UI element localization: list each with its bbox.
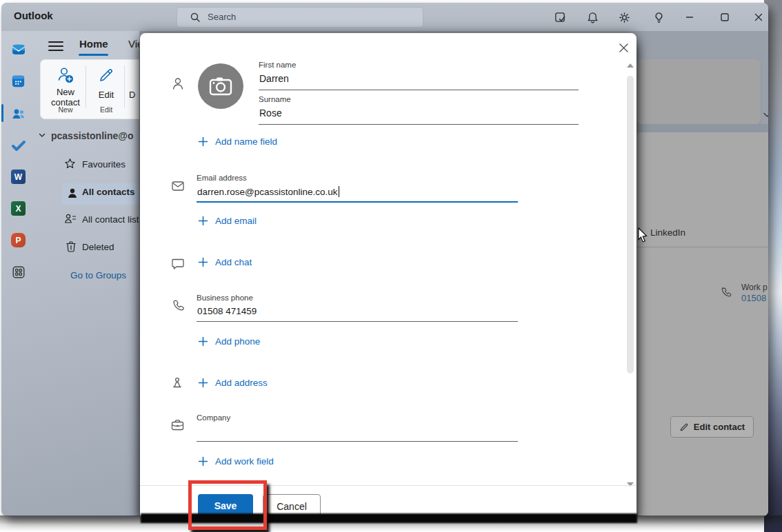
work-phone-icon bbox=[721, 287, 732, 298]
business-phone-input[interactable]: 01508 471459 bbox=[197, 306, 257, 316]
tab-home-underline bbox=[79, 54, 108, 56]
minimize-button[interactable] bbox=[681, 9, 698, 25]
add-chat-label: Add chat bbox=[215, 257, 252, 267]
surname-underline bbox=[259, 124, 579, 125]
camera-icon bbox=[208, 76, 233, 96]
add-work-field-link[interactable]: Add work field bbox=[198, 456, 274, 467]
dialog-close-icon[interactable] bbox=[618, 42, 632, 56]
new-contact-icon bbox=[56, 65, 75, 85]
dialog-scrollbar[interactable] bbox=[625, 61, 635, 478]
people-app-icon[interactable] bbox=[10, 105, 27, 122]
phone-icon bbox=[172, 299, 184, 311]
maximize-button[interactable] bbox=[716, 9, 733, 25]
edit-contact-button[interactable]: Edit contact bbox=[670, 416, 754, 438]
edit-contact-label: Edit contact bbox=[694, 422, 745, 432]
ribbon-group-edit: Edit bbox=[89, 105, 123, 114]
app-title: Outlook bbox=[14, 10, 53, 21]
add-address-label: Add address bbox=[215, 378, 268, 388]
business-phone-label: Business phone bbox=[197, 294, 253, 302]
plus-icon bbox=[198, 378, 208, 388]
plus-icon bbox=[198, 456, 208, 467]
edit-contact-pencil-icon bbox=[679, 422, 689, 432]
more-apps-icon[interactable] bbox=[10, 263, 27, 280]
email-underline-focused bbox=[197, 201, 518, 203]
notifications-bell-icon[interactable] bbox=[584, 9, 601, 25]
name-section-person-icon bbox=[172, 77, 184, 90]
add-name-field-label: Add name field bbox=[215, 136, 277, 147]
email-envelope-icon bbox=[172, 181, 184, 191]
app-rail: W X P bbox=[1, 31, 33, 516]
first-name-input[interactable]: Darren bbox=[259, 73, 289, 84]
new-contact-button[interactable]: New contact bbox=[46, 65, 85, 108]
first-name-label: First name bbox=[259, 61, 296, 69]
ribbon-separator bbox=[86, 65, 86, 108]
mouse-cursor bbox=[638, 227, 650, 244]
company-briefcase-icon bbox=[171, 419, 184, 431]
outlook-window: Outlook Search bbox=[1, 3, 768, 516]
ribbon-toolbar: New contact Edit D New Edit bbox=[40, 59, 149, 119]
reading-pane-divider bbox=[636, 247, 768, 247]
company-label: Company bbox=[197, 413, 230, 422]
add-name-field-link[interactable]: Add name field bbox=[198, 136, 277, 147]
contact-reading-pane: LinkedIn Work p 01508 Edit contact bbox=[636, 132, 768, 516]
go-to-groups-link[interactable]: Go to Groups bbox=[70, 270, 126, 280]
work-phone-value[interactable]: 01508 bbox=[741, 293, 766, 303]
account-header[interactable]: pcassistonline@o bbox=[51, 130, 133, 141]
plus-icon bbox=[198, 336, 208, 347]
deleted-trash-icon bbox=[66, 241, 77, 252]
annotation-highlight-save bbox=[188, 480, 267, 530]
people-selected-indicator bbox=[1, 104, 3, 122]
all-contacts-person-icon bbox=[67, 187, 78, 199]
surname-input[interactable]: Rose bbox=[259, 108, 282, 119]
add-email-link[interactable]: Add email bbox=[198, 216, 257, 226]
email-value-text: darren.rose@pcassistonline.co.uk bbox=[197, 187, 338, 197]
email-label: Email address bbox=[197, 174, 247, 182]
plus-icon bbox=[198, 257, 208, 267]
todo-app-icon[interactable] bbox=[10, 136, 27, 154]
text-caret bbox=[339, 186, 339, 197]
all-contact-lists-icon bbox=[64, 213, 77, 225]
folder-deleted[interactable]: Deleted bbox=[82, 242, 114, 252]
settings-gear-icon[interactable] bbox=[616, 9, 632, 25]
mail-app-icon[interactable] bbox=[10, 41, 27, 58]
add-phone-link[interactable]: Add phone bbox=[198, 336, 260, 347]
plus-icon bbox=[198, 216, 208, 226]
ribbon-group-new: New bbox=[46, 105, 85, 114]
email-input[interactable]: darren.rose@pcassistonline.co.uk bbox=[197, 186, 339, 197]
add-chat-link[interactable]: Add chat bbox=[198, 257, 252, 267]
folder-all-contacts[interactable]: All contacts bbox=[82, 187, 135, 197]
hamburger-menu-icon[interactable] bbox=[48, 40, 63, 52]
word-app-icon[interactable]: W bbox=[10, 168, 27, 185]
close-window-button[interactable] bbox=[750, 9, 767, 25]
scrollbar-thumb[interactable] bbox=[627, 76, 634, 374]
edit-pencil-icon bbox=[98, 67, 114, 83]
calendar-app-icon[interactable] bbox=[10, 72, 27, 90]
work-phone-label: Work p bbox=[741, 283, 768, 292]
ribbon-expand-chevron-icon[interactable] bbox=[762, 111, 768, 119]
my-day-icon[interactable] bbox=[552, 9, 568, 25]
add-address-link[interactable]: Add address bbox=[198, 378, 268, 388]
surname-label: Surname bbox=[259, 95, 291, 103]
company-underline bbox=[197, 441, 518, 442]
scroll-up-arrow[interactable] bbox=[627, 63, 634, 68]
search-input[interactable]: Search bbox=[177, 7, 423, 28]
titlebar: Outlook Search bbox=[1, 3, 768, 31]
search-placeholder: Search bbox=[208, 12, 236, 22]
account-chevron-icon[interactable] bbox=[38, 131, 46, 139]
add-work-field-label: Add work field bbox=[215, 456, 274, 467]
powerpoint-app-icon[interactable]: P bbox=[10, 232, 27, 249]
tab-home[interactable]: Home bbox=[79, 38, 108, 50]
linkedin-tab[interactable]: LinkedIn bbox=[650, 227, 685, 238]
chat-bubble-icon bbox=[172, 258, 184, 269]
tips-lightbulb-icon[interactable] bbox=[650, 9, 667, 25]
scroll-down-arrow[interactable] bbox=[627, 482, 634, 487]
edit-button[interactable]: Edit bbox=[89, 67, 123, 100]
folder-favourites[interactable]: Favourites bbox=[82, 159, 126, 170]
plus-icon bbox=[198, 136, 208, 147]
contact-photo-button[interactable] bbox=[198, 63, 243, 109]
business-phone-underline bbox=[197, 321, 518, 322]
folder-all-contact-lists[interactable]: All contact list bbox=[82, 214, 140, 225]
add-email-label: Add email bbox=[215, 216, 257, 226]
address-pin-icon bbox=[171, 377, 183, 389]
excel-app-icon[interactable]: X bbox=[10, 200, 27, 217]
